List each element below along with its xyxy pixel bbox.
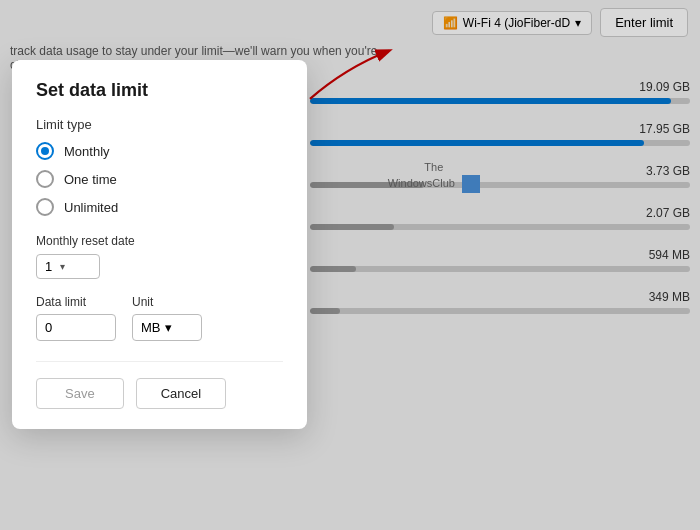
cancel-button[interactable]: Cancel xyxy=(136,378,226,409)
radio-onetime-circle xyxy=(36,170,54,188)
dialog-title: Set data limit xyxy=(36,80,283,101)
reset-date-chevron-icon: ▾ xyxy=(60,261,65,272)
data-limit-row: Data limit Unit MB ▾ xyxy=(36,295,283,341)
save-button[interactable]: Save xyxy=(36,378,124,409)
reset-date-label: Monthly reset date xyxy=(36,234,283,248)
radio-unlimited-circle xyxy=(36,198,54,216)
unit-dropdown[interactable]: MB ▾ xyxy=(132,314,202,341)
radio-monthly[interactable]: Monthly xyxy=(36,142,283,160)
radio-onetime[interactable]: One time xyxy=(36,170,283,188)
unit-value: MB xyxy=(141,320,161,335)
reset-date-section: Monthly reset date 1 ▾ xyxy=(36,234,283,279)
radio-onetime-label: One time xyxy=(64,172,117,187)
data-limit-col: Data limit xyxy=(36,295,116,341)
reset-date-value: 1 xyxy=(45,259,52,274)
radio-monthly-dot xyxy=(41,147,49,155)
set-data-limit-dialog: Set data limit Limit type Monthly One ti… xyxy=(12,60,307,429)
data-limit-label: Data limit xyxy=(36,295,116,309)
radio-monthly-circle xyxy=(36,142,54,160)
limit-type-radio-group: Monthly One time Unlimited xyxy=(36,142,283,216)
radio-unlimited-label: Unlimited xyxy=(64,200,118,215)
data-limit-input[interactable] xyxy=(36,314,116,341)
radio-monthly-label: Monthly xyxy=(64,144,110,159)
unit-chevron-icon: ▾ xyxy=(165,320,172,335)
limit-type-label: Limit type xyxy=(36,117,283,132)
radio-unlimited[interactable]: Unlimited xyxy=(36,198,283,216)
reset-date-dropdown[interactable]: 1 ▾ xyxy=(36,254,100,279)
unit-label: Unit xyxy=(132,295,202,309)
unit-col: Unit MB ▾ xyxy=(132,295,202,341)
dialog-footer: Save Cancel xyxy=(36,361,283,409)
